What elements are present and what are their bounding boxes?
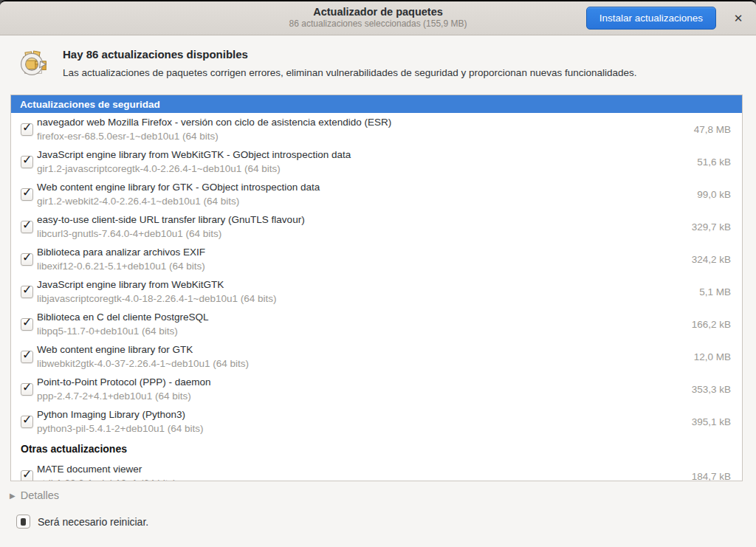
package-checkbox[interactable]: ✓: [21, 253, 33, 266]
package-row[interactable]: ✓JavaScript engine library from WebKitGT…: [11, 275, 742, 308]
checkmark-icon: ✓: [22, 283, 32, 297]
package-name: Biblioteca en C del cliente PostgreSQL: [37, 310, 209, 324]
package-name: Web content engine library for GTK - GOb…: [37, 180, 320, 194]
package-checkbox[interactable]: ✓: [21, 318, 33, 331]
checkmark-icon: ✓: [22, 218, 32, 232]
intro-text: Hay 86 actualizaciones disponibles Las a…: [63, 48, 738, 78]
package-version: python3-pil-5.4.1-2+deb10u1 (64 bits): [37, 422, 204, 436]
checkmark-icon: ✓: [22, 185, 32, 199]
package-row[interactable]: ✓Web content engine library for GTK - GO…: [11, 178, 742, 210]
package-version: libcurl3-gnutls-7.64.0-4+deb10u1 (64 bit…: [37, 227, 305, 241]
package-row[interactable]: ✓navegador web Mozilla Firefox - versión…: [11, 113, 742, 145]
package-size: 12,0 MB: [694, 351, 742, 362]
package-name: JavaScript engine library from WebKitGTK: [37, 278, 277, 292]
package-name: Point-to-Point Protocol (PPP) - daemon: [37, 375, 211, 389]
checkmark-icon: ✓: [22, 153, 32, 167]
package-size: 353,3 kB: [692, 384, 742, 395]
package-size: 47,8 MB: [694, 124, 742, 135]
package-version: gir1.2-webkit2-4.0-2.26.4-1~deb10u1 (64 …: [37, 194, 320, 208]
package-checkbox[interactable]: ✓: [21, 123, 33, 136]
details-label: Detalles: [21, 489, 59, 501]
checkmark-icon: ✓: [22, 120, 32, 134]
checkmark-icon: ✓: [22, 467, 32, 481]
package-row[interactable]: ✓Web content engine library for GTKlibwe…: [11, 340, 742, 373]
checkmark-icon: ✓: [22, 315, 32, 329]
package-checkbox[interactable]: ✓: [21, 156, 33, 168]
package-name: Web content engine library for GTK: [37, 343, 249, 357]
software-updater-icon: [16, 46, 50, 80]
package-version: libexif12-0.6.21-5.1+deb10u1 (64 bits): [37, 259, 205, 273]
checkmark-icon: ✓: [22, 380, 32, 394]
package-checkbox[interactable]: ✓: [21, 188, 33, 201]
package-name: Biblioteca para analizar archivos EXIF: [37, 245, 205, 259]
restart-notice-text: Será necesario reiniciar.: [38, 516, 148, 528]
package-version: libwebkit2gtk-4.0-37-2.26.4-1~deb10u1 (6…: [37, 357, 249, 371]
package-name: easy-to-use client-side URL transfer lib…: [37, 213, 305, 227]
updates-description: Las actualizaciones de paquetes corrigen…: [63, 67, 738, 78]
intro-section: Hay 86 actualizaciones disponibles Las a…: [16, 46, 738, 80]
package-version: libjavascriptcoregtk-4.0-18-2.26.4-1~deb…: [37, 292, 277, 306]
package-version: ppp-2.4.7-2+4.1+deb10u1 (64 bits): [37, 389, 211, 403]
update-list[interactable]: Actualizaciones de seguridad✓navegador w…: [10, 94, 743, 481]
updates-available-heading: Hay 86 actualizaciones disponibles: [63, 48, 738, 61]
restart-icon-inner: [21, 518, 26, 526]
package-size: 184,7 kB: [692, 471, 742, 482]
package-updater-window: Actualizador de paquetes 86 actualizacio…: [0, 0, 756, 547]
package-name: MATE document viewer: [37, 462, 176, 476]
package-checkbox[interactable]: ✓: [21, 383, 33, 396]
package-checkbox[interactable]: ✓: [21, 416, 33, 428]
section-header: Actualizaciones de seguridad: [11, 95, 742, 113]
package-size: 395,1 kB: [692, 416, 742, 427]
package-version: atril-1.20.3-1+deb10u1 (64 bits): [37, 476, 176, 481]
package-size: 329,7 kB: [692, 221, 742, 233]
package-checkbox[interactable]: ✓: [21, 221, 33, 233]
restart-required-icon: [16, 515, 30, 529]
package-version: firefox-esr-68.5.0esr-1~deb10u1 (64 bits…: [37, 129, 391, 143]
close-icon[interactable]: ✕: [729, 10, 747, 27]
section-header: Otras actualizaciones: [11, 438, 742, 460]
expander-arrow-icon: ▶: [10, 492, 16, 500]
package-size: 51,6 kB: [697, 156, 742, 168]
package-size: 5,1 MB: [699, 286, 742, 297]
package-name: navegador web Mozilla Firefox - versión …: [37, 115, 391, 129]
package-checkbox[interactable]: ✓: [21, 286, 33, 298]
package-size: 166,2 kB: [692, 319, 742, 330]
details-expander[interactable]: ▶ Detalles: [10, 489, 59, 501]
package-row[interactable]: ✓Biblioteca en C del cliente PostgreSQLl…: [11, 308, 742, 340]
install-updates-button[interactable]: Instalar actualizaciones: [586, 7, 716, 30]
package-name: Python Imaging Library (Python3): [37, 407, 204, 422]
checkmark-icon: ✓: [22, 413, 32, 427]
package-name: JavaScript engine library from WebKitGTK…: [37, 148, 351, 162]
package-checkbox[interactable]: ✓: [21, 351, 33, 363]
package-row[interactable]: ✓Point-to-Point Protocol (PPP) - daemonp…: [11, 373, 742, 405]
package-size: 99,0 kB: [697, 189, 742, 200]
package-row[interactable]: ✓Python Imaging Library (Python3)python3…: [11, 405, 742, 438]
package-version: gir1.2-javascriptcoregtk-4.0-2.26.4-1~de…: [37, 162, 351, 176]
restart-notice-row: Será necesario reiniciar.: [16, 515, 148, 529]
checkmark-icon: ✓: [22, 250, 32, 264]
package-checkbox[interactable]: ✓: [21, 470, 33, 482]
header-bar: Actualizador de paquetes 86 actualizacio…: [0, 1, 756, 35]
checkmark-icon: ✓: [22, 348, 32, 362]
package-version: libpq5-11.7-0+deb10u1 (64 bits): [37, 324, 209, 338]
package-row[interactable]: ✓easy-to-use client-side URL transfer li…: [11, 210, 742, 243]
package-row[interactable]: ✓JavaScript engine library from WebKitGT…: [11, 145, 742, 178]
package-row[interactable]: ✓MATE document vieweratril-1.20.3-1+deb1…: [11, 460, 742, 481]
package-size: 324,2 kB: [692, 254, 742, 265]
package-row[interactable]: ✓Biblioteca para analizar archivos EXIFl…: [11, 243, 742, 275]
